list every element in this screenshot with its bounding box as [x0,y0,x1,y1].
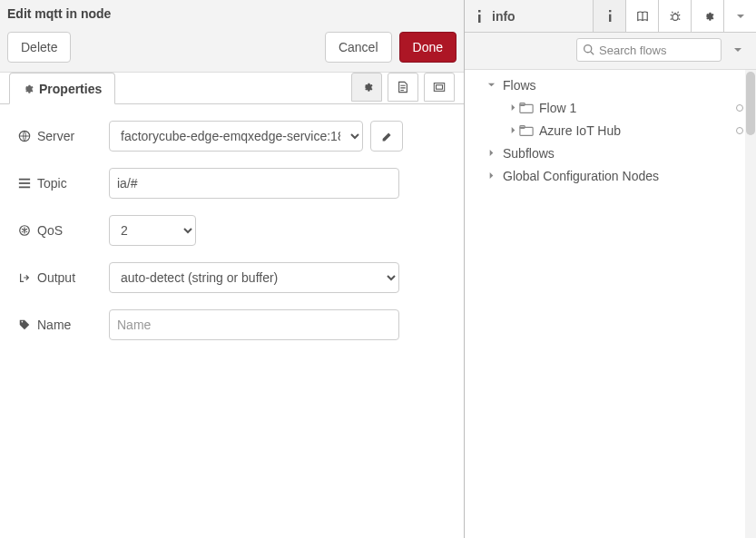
sidebar-panel: info Search flows [465,0,756,538]
tab-properties[interactable]: Properties [9,73,115,104]
edit-panel: Edit mqtt in node Delete Cancel Done Pro… [0,0,465,538]
svg-rect-8 [478,15,481,23]
tree-item-label: Flow 1 [539,101,736,115]
topic-input[interactable] [109,168,399,199]
tree-section-global[interactable]: Global Configuration Nodes [465,164,756,187]
sidebar-help-button[interactable] [625,0,658,32]
book-icon [636,10,649,23]
svg-rect-3 [19,179,30,181]
flow-tab-icon [519,102,534,114]
pencil-icon [381,131,393,142]
properties-form: Server factorycube-edge-emqxedge-service… [0,104,464,538]
info-icon [474,10,485,23]
tag-icon [18,318,31,331]
flow-tab-icon [519,124,534,137]
qos-select[interactable]: 2 [109,215,196,246]
server-label: Server [37,129,74,143]
delete-button[interactable]: Delete [7,32,71,63]
gear-icon [702,10,714,23]
node-appearance-button[interactable] [424,73,455,102]
server-select[interactable]: factorycube-edge-emqxedge-service:18 [109,121,363,152]
tree-section-flows[interactable]: Flows [465,73,756,96]
output-icon [18,271,31,284]
svg-rect-7 [478,10,481,13]
sidebar-debug-button[interactable] [658,0,691,32]
status-dot [736,127,743,134]
caret-down-icon [736,12,745,21]
appearance-icon [433,81,446,93]
search-placeholder: Search flows [599,44,666,57]
globe-icon [18,130,31,142]
name-label: Name [37,318,71,332]
tree-flow-item[interactable]: Azure IoT Hub [465,119,756,142]
caret-right-icon [506,103,519,112]
edit-tabs: Properties [0,72,464,104]
qos-label: QoS [37,223,63,238]
caret-down-icon [485,81,497,89]
node-settings-button[interactable] [351,73,382,102]
search-icon [583,44,594,55]
search-flows-input[interactable]: Search flows [576,38,722,62]
output-label: Output [37,270,75,285]
cancel-button[interactable]: Cancel [325,32,392,63]
tree-flow-item[interactable]: Flow 1 [465,96,756,119]
gear-icon [21,83,34,95]
file-icon [397,81,409,93]
output-select[interactable]: auto-detect (string or buffer) [109,262,399,293]
edit-title: Edit mqtt in node [7,6,457,26]
gear-icon [360,81,373,93]
caret-right-icon [506,126,519,134]
sidebar-more-button[interactable] [723,0,756,32]
tree-section-label: Flows [503,78,749,93]
tab-properties-label: Properties [39,82,102,96]
caret-down-icon [733,45,742,54]
tree-section-label: Global Configuration Nodes [503,169,749,183]
tree-section-label: Subflows [503,146,749,161]
svg-rect-1 [437,85,443,89]
svg-rect-4 [19,182,30,184]
svg-rect-10 [609,15,611,22]
caret-right-icon [485,149,497,157]
done-button[interactable]: Done [399,32,457,63]
sidebar-info-button[interactable] [593,0,625,32]
svg-rect-5 [19,187,30,189]
name-input[interactable] [109,309,399,340]
list-icon [18,177,31,190]
svg-point-12 [584,45,592,53]
caret-right-icon [485,171,497,180]
scrollbar-thumb[interactable] [746,72,755,135]
edit-server-button[interactable] [370,121,403,152]
asterisk-icon [18,224,31,237]
status-dot [736,104,743,112]
sidebar-title: info [492,9,515,24]
bug-icon [669,10,682,23]
tree-scrollbar[interactable] [745,70,756,538]
tree-section-subflows[interactable]: Subflows [465,142,756,164]
svg-point-11 [672,14,677,20]
tree-item-label: Azure IoT Hub [539,123,736,138]
info-icon [605,10,614,22]
node-description-button[interactable] [388,73,418,102]
svg-rect-9 [609,10,611,12]
search-options-button[interactable] [727,38,749,62]
topic-label: Topic [37,176,67,191]
flows-tree: Flows Flow 1 Azure IoT Hub Subflows Glob [465,70,756,538]
sidebar-config-button[interactable] [691,0,723,32]
